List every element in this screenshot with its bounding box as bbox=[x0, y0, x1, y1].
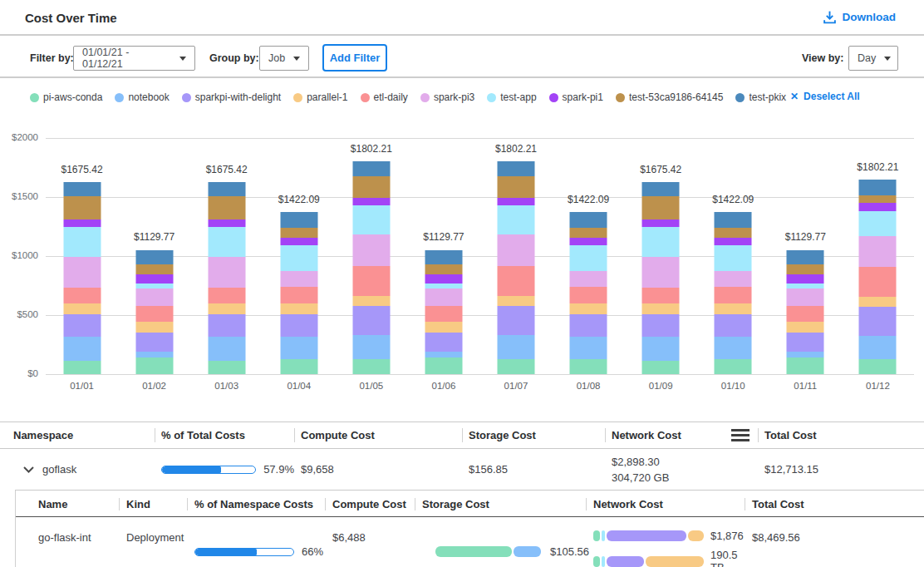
legend-item-spark-pi1[interactable]: spark-pi1 bbox=[549, 91, 603, 103]
bar-segment-test-pkix[interactable] bbox=[570, 212, 607, 228]
bar-segment-spark-pi1[interactable] bbox=[63, 219, 101, 227]
bar-segment-test-pkix[interactable] bbox=[135, 250, 173, 264]
bar-segment-spark-pi1[interactable] bbox=[859, 203, 897, 211]
bar-segment-etl-daily[interactable] bbox=[570, 287, 607, 303]
bar-segment-test-53ca9186-64145[interactable] bbox=[787, 264, 824, 274]
view-by-dropdown[interactable]: Day bbox=[848, 46, 898, 71]
bar-segment-spark-pi3[interactable] bbox=[859, 236, 897, 267]
bar-segment-etl-daily[interactable] bbox=[280, 287, 317, 303]
bar-segment-spark-pi3[interactable] bbox=[787, 288, 824, 306]
deselect-all-button[interactable]: ✕ Deselect All bbox=[790, 91, 860, 102]
bar-segment-test-app[interactable] bbox=[498, 205, 535, 234]
bar-segment-notebook[interactable] bbox=[787, 352, 824, 357]
legend-item-pi-aws-conda[interactable]: pi-aws-conda bbox=[30, 91, 102, 103]
bar-segment-test-app[interactable] bbox=[715, 245, 752, 271]
bar-segment-spark-pi1[interactable] bbox=[787, 274, 824, 283]
bar-segment-sparkpi-with-delight[interactable] bbox=[135, 333, 173, 352]
bar-segment-test-app[interactable] bbox=[425, 284, 462, 289]
bar-segment-notebook[interactable] bbox=[135, 352, 173, 357]
stacked-bar-01/12[interactable] bbox=[859, 180, 897, 374]
bar-segment-test-app[interactable] bbox=[135, 284, 173, 289]
legend-item-sparkpi-with-delight[interactable]: sparkpi-with-delight bbox=[182, 91, 281, 103]
bar-segment-test-53ca9186-64145[interactable] bbox=[715, 228, 752, 238]
bar-segment-notebook[interactable] bbox=[352, 335, 390, 359]
bar-segment-etl-daily[interactable] bbox=[787, 306, 824, 321]
stacked-bar-01/04[interactable] bbox=[280, 212, 317, 374]
bar-segment-sparkpi-with-delight[interactable] bbox=[425, 333, 462, 352]
bar-segment-parallel-1[interactable] bbox=[715, 303, 752, 314]
stacked-bar-01/10[interactable] bbox=[715, 212, 752, 374]
bar-segment-spark-pi3[interactable] bbox=[715, 271, 752, 286]
bar-segment-etl-daily[interactable] bbox=[859, 267, 897, 297]
bar-segment-spark-pi1[interactable] bbox=[425, 274, 462, 283]
stacked-bar-01/08[interactable] bbox=[570, 212, 607, 374]
bar-segment-parallel-1[interactable] bbox=[425, 322, 462, 333]
bar-segment-etl-daily[interactable] bbox=[498, 266, 535, 296]
bar-segment-test-app[interactable] bbox=[642, 227, 680, 257]
namespace-expander[interactable]: goflask bbox=[0, 463, 155, 476]
bar-segment-etl-daily[interactable] bbox=[135, 306, 173, 321]
bar-segment-spark-pi3[interactable] bbox=[63, 257, 101, 288]
bar-segment-test-pkix[interactable] bbox=[498, 161, 535, 176]
bar-segment-test-pkix[interactable] bbox=[63, 182, 101, 197]
date-range-dropdown[interactable]: 01/01/21 - 01/12/21 bbox=[73, 46, 195, 71]
bar-segment-test-pkix[interactable] bbox=[859, 180, 897, 195]
bar-segment-test-app[interactable] bbox=[859, 211, 897, 236]
bar-segment-etl-daily[interactable] bbox=[63, 288, 101, 303]
bar-segment-spark-pi1[interactable] bbox=[280, 238, 317, 245]
bar-segment-test-pkix[interactable] bbox=[642, 182, 680, 197]
bar-segment-sparkpi-with-delight[interactable] bbox=[570, 314, 607, 337]
bar-segment-test-app[interactable] bbox=[352, 205, 390, 234]
bar-segment-parallel-1[interactable] bbox=[135, 322, 173, 333]
bar-segment-notebook[interactable] bbox=[859, 336, 897, 359]
stacked-bar-01/07[interactable] bbox=[498, 161, 535, 374]
legend-item-test-app[interactable]: test-app bbox=[487, 91, 536, 103]
stacked-bar-01/03[interactable] bbox=[208, 182, 245, 374]
bar-segment-notebook[interactable] bbox=[642, 337, 680, 361]
bar-segment-parallel-1[interactable] bbox=[63, 303, 101, 314]
bar-segment-pi-aws-conda[interactable] bbox=[787, 357, 824, 374]
bar-segment-etl-daily[interactable] bbox=[352, 266, 390, 296]
bar-segment-etl-daily[interactable] bbox=[208, 288, 245, 303]
bar-segment-test-app[interactable] bbox=[280, 245, 317, 271]
bar-segment-notebook[interactable] bbox=[280, 337, 317, 359]
legend-item-test-53ca9186-64145[interactable]: test-53ca9186-64145 bbox=[616, 91, 723, 103]
bar-segment-test-53ca9186-64145[interactable] bbox=[570, 228, 607, 238]
bar-segment-pi-aws-conda[interactable] bbox=[280, 359, 317, 374]
bar-segment-spark-pi3[interactable] bbox=[498, 234, 535, 266]
bar-segment-etl-daily[interactable] bbox=[642, 288, 680, 303]
chevron-down-icon[interactable] bbox=[23, 466, 34, 473]
bar-segment-sparkpi-with-delight[interactable] bbox=[642, 314, 680, 337]
bar-segment-pi-aws-conda[interactable] bbox=[498, 359, 535, 374]
bar-segment-test-app[interactable] bbox=[63, 227, 101, 257]
bar-segment-spark-pi3[interactable] bbox=[135, 288, 173, 306]
bar-segment-test-pkix[interactable] bbox=[280, 212, 317, 228]
bar-segment-sparkpi-with-delight[interactable] bbox=[352, 306, 390, 335]
bar-segment-test-53ca9186-64145[interactable] bbox=[859, 195, 897, 203]
bar-segment-test-53ca9186-64145[interactable] bbox=[135, 264, 173, 274]
bar-segment-etl-daily[interactable] bbox=[425, 306, 462, 321]
bar-segment-notebook[interactable] bbox=[425, 352, 462, 357]
bar-segment-sparkpi-with-delight[interactable] bbox=[715, 314, 752, 337]
add-filter-button[interactable]: Add Filter bbox=[322, 44, 387, 71]
bar-segment-spark-pi1[interactable] bbox=[208, 219, 245, 227]
bar-segment-pi-aws-conda[interactable] bbox=[425, 357, 462, 374]
bar-segment-test-53ca9186-64145[interactable] bbox=[425, 264, 462, 274]
stacked-bar-01/01[interactable] bbox=[63, 182, 101, 374]
bar-segment-sparkpi-with-delight[interactable] bbox=[208, 314, 245, 337]
bar-segment-parallel-1[interactable] bbox=[280, 303, 317, 314]
hamburger-icon[interactable] bbox=[731, 429, 750, 441]
bar-segment-spark-pi3[interactable] bbox=[642, 257, 680, 288]
bar-segment-notebook[interactable] bbox=[63, 337, 101, 361]
bar-segment-parallel-1[interactable] bbox=[859, 297, 897, 307]
bar-segment-etl-daily[interactable] bbox=[715, 287, 752, 303]
bar-segment-notebook[interactable] bbox=[208, 337, 245, 361]
bar-segment-spark-pi1[interactable] bbox=[715, 238, 752, 245]
group-by-dropdown[interactable]: Job bbox=[259, 46, 309, 71]
bar-segment-pi-aws-conda[interactable] bbox=[642, 361, 680, 374]
bar-segment-test-app[interactable] bbox=[787, 284, 824, 289]
download-button[interactable]: Download bbox=[823, 10, 897, 24]
bar-segment-pi-aws-conda[interactable] bbox=[63, 361, 101, 374]
bar-segment-parallel-1[interactable] bbox=[642, 303, 680, 314]
bar-segment-sparkpi-with-delight[interactable] bbox=[787, 333, 824, 352]
